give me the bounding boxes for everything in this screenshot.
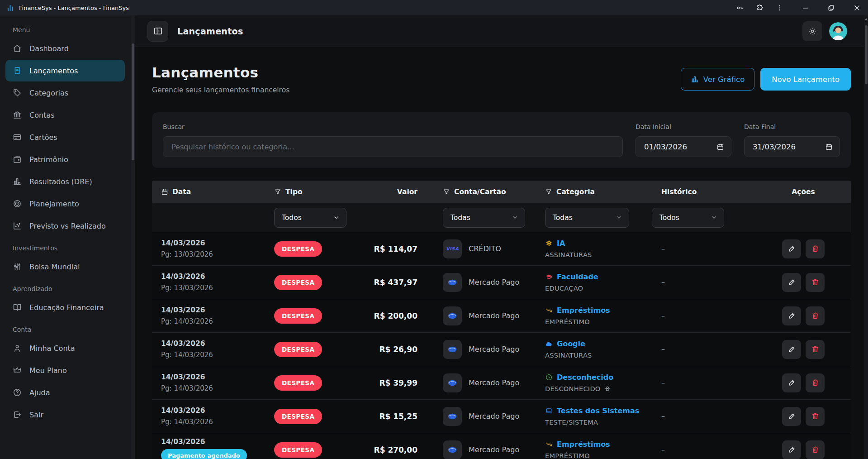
edit-button[interactable] [782, 440, 801, 459]
sidebar-item-ajuda[interactable]: Ajuda [5, 382, 125, 403]
panel-left-icon [153, 26, 163, 36]
page-subtitle: Gerencie seus lançamentos financeiros [152, 86, 289, 94]
delete-button[interactable] [806, 273, 825, 292]
delete-icon [811, 244, 820, 253]
window-scrollbar-thumb[interactable] [865, 25, 868, 84]
book-icon [13, 303, 22, 312]
tag-icon [13, 88, 22, 97]
new-entry-button[interactable]: Novo Lançamento [760, 68, 851, 91]
wallet-icon [13, 155, 22, 164]
sidebar-item-contas[interactable]: Contas [5, 104, 125, 126]
extensions-button[interactable] [756, 4, 764, 12]
restore-button[interactable] [827, 4, 835, 12]
sidebar-item-minha-conta[interactable]: Minha Conta [5, 337, 125, 359]
sidebar-item-resultados-dre[interactable]: Resultados (DRE) [5, 171, 125, 192]
sidebar-item-sair[interactable]: Sair [5, 404, 125, 426]
edit-button[interactable] [782, 306, 801, 325]
delete-button[interactable] [806, 373, 825, 392]
laptop-icon [545, 407, 553, 415]
transactions-table: Data Tipo Valor Conta/Cartão Categoria H… [152, 181, 851, 459]
account-label: Mercado Pago [469, 278, 519, 287]
close-button[interactable] [853, 4, 861, 12]
category-name[interactable]: IA [545, 239, 652, 248]
date-end-value: 31/03/2026 [753, 143, 796, 151]
edit-icon [787, 378, 796, 387]
sidebar-item-cartoes[interactable]: Cartões [5, 126, 125, 148]
collapse-sidebar-button[interactable] [147, 21, 168, 42]
sidebar-item-previsto-vs-realizado[interactable]: Previsto vs Realizado [5, 215, 125, 237]
entry-value: R$ 26,90 [349, 345, 421, 354]
delete-button[interactable] [806, 340, 825, 359]
entry-history: – [652, 412, 765, 421]
expense-badge: DESPESA [274, 275, 322, 290]
browser-menu-button[interactable] [776, 4, 783, 12]
calendar-icon [716, 143, 724, 151]
table-row: 14/03/2026Pagamento agendadoDESPESAR$ 27… [152, 433, 851, 459]
window-scrollbar[interactable] [864, 15, 868, 459]
avatar[interactable] [829, 22, 847, 40]
chart-bars-icon [13, 177, 22, 186]
delete-icon [811, 445, 820, 454]
table-row: 14/03/2026Pg: 13/03/2026DESPESAR$ 437,97… [152, 266, 851, 299]
minimize-icon [802, 4, 809, 12]
scatter-icon [13, 221, 22, 230]
mercado-pago-icon [443, 440, 462, 459]
entry-date: 14/03/2026 [161, 339, 274, 348]
scroll-up-arrow[interactable] [865, 18, 868, 20]
historico-filter-select[interactable]: Todos [652, 208, 724, 228]
entry-history: – [652, 278, 765, 287]
sidebar-item-lancamentos[interactable]: Lançamentos [5, 60, 125, 81]
window-titlebar: FinanceSys - Lançamentos - FinanSys [0, 0, 868, 15]
sidebar-item-dashboard[interactable]: Dashboard [5, 38, 125, 59]
sidebar-item-label: Educação Financeira [29, 303, 104, 312]
entry-date: 14/03/2026 [161, 239, 274, 247]
category-name[interactable]: Faculdade [545, 273, 652, 281]
funnel-icon [274, 188, 281, 196]
delete-button[interactable] [806, 440, 825, 459]
category-name[interactable]: Empréstimos [545, 440, 652, 449]
category-group: EDUCAÇÃO [545, 285, 652, 292]
date-start-input[interactable]: 01/03/2026 [636, 136, 731, 157]
sidebar-item-patrimonio[interactable]: Patrimônio [5, 148, 125, 170]
sidebar-scrollbar[interactable] [131, 15, 135, 459]
sidebar-item-educacao-financeira[interactable]: Educação Financeira [5, 296, 125, 318]
edit-button[interactable] [782, 273, 801, 292]
entry-value: R$ 437,97 [349, 278, 421, 287]
delete-button[interactable] [806, 239, 825, 258]
account-label: CRÉDITO [469, 244, 501, 253]
category-name[interactable]: Desconhecido [545, 373, 652, 382]
category-name[interactable]: Testes dos Sistemas [545, 406, 652, 415]
categoria-filter-select[interactable]: Todas [545, 208, 629, 228]
edit-button[interactable] [782, 407, 801, 426]
mercado-pago-icon [443, 340, 462, 359]
conta-filter-select[interactable]: Todas [443, 208, 525, 228]
payment-date: Pg: 14/03/2026 [161, 351, 274, 359]
edit-button[interactable] [782, 373, 801, 392]
sidebar: MenuDashboardLançamentosCategoriasContas… [0, 15, 131, 459]
sidebar-item-categorias[interactable]: Categorias [5, 82, 125, 104]
cloud-icon [545, 340, 553, 348]
delete-button[interactable] [806, 306, 825, 325]
password-key-button[interactable] [736, 4, 744, 12]
kebab-menu-icon [776, 4, 783, 12]
sidebar-scrollbar-thumb[interactable] [132, 43, 134, 160]
search-input[interactable] [163, 136, 623, 157]
category-name[interactable]: Google [545, 339, 652, 348]
date-end-input[interactable]: 31/03/2026 [744, 136, 840, 157]
category-name[interactable]: Empréstimos [545, 306, 652, 315]
edit-button[interactable] [782, 239, 801, 258]
sidebar-item-planejamento[interactable]: Planejamento [5, 193, 125, 215]
edit-button[interactable] [782, 340, 801, 359]
visa-icon: VISA [443, 239, 462, 258]
account-label: Mercado Pago [469, 445, 519, 454]
mercado-pago-icon [443, 407, 462, 426]
payment-date: Pg: 13/03/2026 [161, 250, 274, 258]
sidebar-item-meu-plano[interactable]: Meu Plano [5, 359, 125, 381]
delete-button[interactable] [806, 407, 825, 426]
view-chart-button[interactable]: Ver Gráfico [681, 68, 754, 91]
theme-toggle-button[interactable] [802, 21, 822, 41]
sidebar-item-bolsa-mundial[interactable]: Bolsa Mundial [5, 256, 125, 277]
tipo-filter-select[interactable]: Todos [274, 208, 346, 228]
expense-badge: DESPESA [274, 409, 322, 424]
minimize-button[interactable] [802, 4, 809, 12]
